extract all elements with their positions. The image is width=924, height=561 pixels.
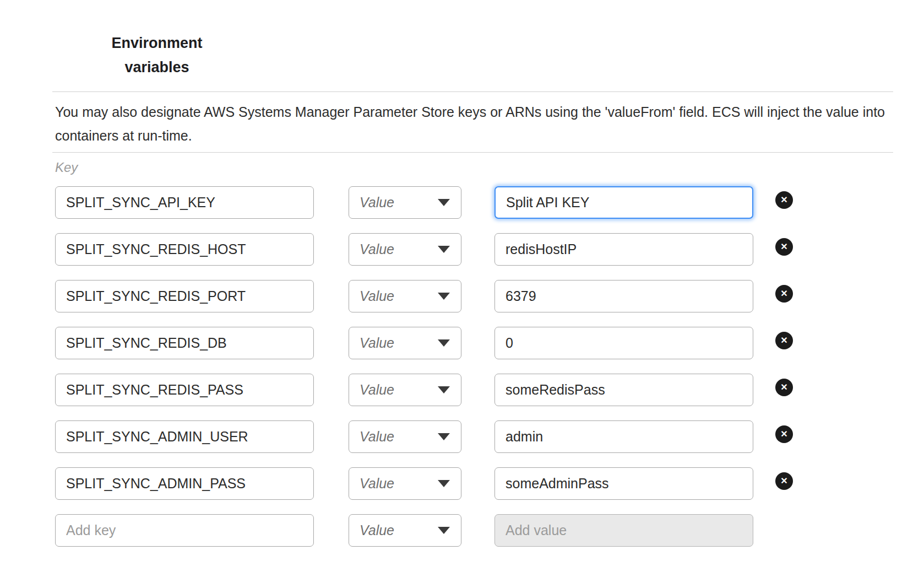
add-key-input[interactable] xyxy=(55,514,314,547)
remove-row-button[interactable]: ✕ xyxy=(775,238,793,256)
env-value-input[interactable] xyxy=(494,280,753,312)
env-value-input[interactable] xyxy=(494,374,753,406)
env-var-row: Value ✕ xyxy=(55,467,793,500)
env-var-row: Value ✕ xyxy=(55,280,793,312)
env-value-input[interactable] xyxy=(494,327,753,359)
remove-row-button[interactable]: ✕ xyxy=(775,285,793,303)
env-key-input[interactable] xyxy=(55,467,314,500)
env-type-label: Value xyxy=(360,195,394,211)
env-var-row: Value ✕ xyxy=(55,233,793,266)
env-value-input[interactable] xyxy=(494,467,753,500)
remove-x-icon: ✕ xyxy=(780,289,787,298)
section-label-line2: variables xyxy=(85,55,229,79)
env-type-dropdown[interactable]: Value xyxy=(349,186,461,219)
env-key-input[interactable] xyxy=(55,374,314,406)
env-type-dropdown[interactable]: Value xyxy=(349,514,461,547)
env-value-input[interactable] xyxy=(494,420,753,453)
remove-x-icon: ✕ xyxy=(780,196,787,204)
remove-x-icon: ✕ xyxy=(780,430,787,439)
key-column-header: Key xyxy=(55,160,78,175)
chevron-down-icon xyxy=(438,246,450,253)
environment-variables-section: Environment variables You may also desig… xyxy=(0,0,924,561)
env-type-label: Value xyxy=(360,241,394,257)
env-type-dropdown[interactable]: Value xyxy=(349,374,461,406)
chevron-down-icon xyxy=(438,480,450,487)
env-type-dropdown[interactable]: Value xyxy=(349,327,461,359)
env-type-dropdown[interactable]: Value xyxy=(349,280,461,312)
env-type-label: Value xyxy=(360,522,394,538)
env-type-dropdown[interactable]: Value xyxy=(349,233,461,266)
chevron-down-icon xyxy=(438,527,450,534)
remove-row-button[interactable]: ✕ xyxy=(775,191,793,209)
env-key-input[interactable] xyxy=(55,420,314,453)
remove-row-button[interactable]: ✕ xyxy=(775,425,793,443)
remove-x-icon: ✕ xyxy=(780,477,787,486)
divider-bottom xyxy=(52,152,893,153)
chevron-down-icon xyxy=(438,386,450,393)
env-type-label: Value xyxy=(360,382,394,398)
remove-x-icon: ✕ xyxy=(780,336,787,345)
env-key-input[interactable] xyxy=(55,327,314,359)
env-type-dropdown[interactable]: Value xyxy=(349,420,461,453)
env-var-row: Value ✕ xyxy=(55,420,793,453)
env-type-label: Value xyxy=(360,429,394,445)
chevron-down-icon xyxy=(438,433,450,440)
env-var-rows: Value ✕ Value ✕ Value ✕ xyxy=(55,186,793,561)
remove-row-button[interactable]: ✕ xyxy=(775,379,793,396)
remove-row-button[interactable]: ✕ xyxy=(775,472,793,490)
env-key-input[interactable] xyxy=(55,280,314,312)
chevron-down-icon xyxy=(438,199,450,206)
env-key-input[interactable] xyxy=(55,186,314,219)
remove-x-icon: ✕ xyxy=(780,242,787,251)
env-var-row: Value ✕ xyxy=(55,327,793,359)
help-text: You may also designate AWS Systems Manag… xyxy=(55,100,895,148)
env-type-label: Value xyxy=(360,476,394,492)
divider-top xyxy=(52,91,893,92)
remove-row-button[interactable]: ✕ xyxy=(775,332,793,349)
section-label-line1: Environment xyxy=(85,31,229,55)
env-type-label: Value xyxy=(360,335,394,351)
env-value-input[interactable] xyxy=(494,186,753,219)
remove-button-spacer xyxy=(775,522,793,540)
env-type-dropdown[interactable]: Value xyxy=(349,467,461,500)
env-var-add-row: Value xyxy=(55,514,793,547)
env-type-label: Value xyxy=(360,288,394,304)
env-key-input[interactable] xyxy=(55,233,314,266)
remove-x-icon: ✕ xyxy=(780,383,787,392)
chevron-down-icon xyxy=(438,293,450,300)
add-value-input[interactable] xyxy=(494,514,753,547)
chevron-down-icon xyxy=(438,339,450,347)
env-var-row: Value ✕ xyxy=(55,374,793,406)
env-value-input[interactable] xyxy=(494,233,753,266)
section-label: Environment variables xyxy=(85,31,229,79)
env-var-row: Value ✕ xyxy=(55,186,793,219)
